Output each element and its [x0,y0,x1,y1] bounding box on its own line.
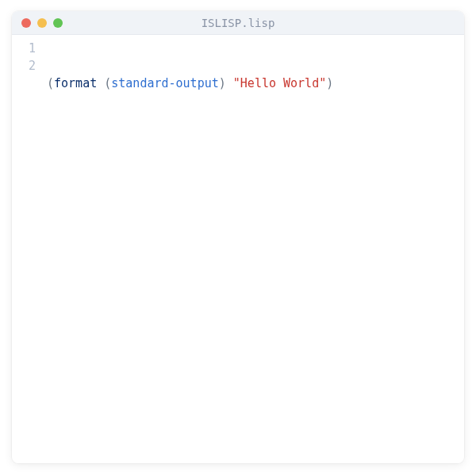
editor-area[interactable]: 1 2 (format (standard-output) "Hello Wor… [12,35,464,463]
minimize-icon[interactable] [37,18,47,28]
func-standard-output: standard-output [111,76,218,90]
line-number: 1 [12,40,36,57]
keyword-format: format [54,76,97,90]
close-icon[interactable] [21,18,31,28]
line-gutter: 1 2 [12,40,47,463]
traffic-lights [21,18,63,28]
paren-open: ( [104,76,111,90]
line-number: 2 [12,57,36,75]
code-line: (format (standard-output) "Hello World") [47,75,464,92]
titlebar: ISLISP.lisp [12,11,464,35]
paren-open: ( [47,76,54,90]
editor-window: ISLISP.lisp 1 2 (format (standard-output… [12,11,464,463]
code-line [47,127,464,144]
code-content[interactable]: (format (standard-output) "Hello World") [47,40,464,463]
maximize-icon[interactable] [53,18,63,28]
whitespace [226,76,233,90]
string-literal: "Hello World" [233,76,326,90]
window-title: ISLISP.lisp [12,17,464,29]
paren-close: ) [219,76,226,90]
paren-close: ) [326,76,333,90]
whitespace [97,76,104,90]
